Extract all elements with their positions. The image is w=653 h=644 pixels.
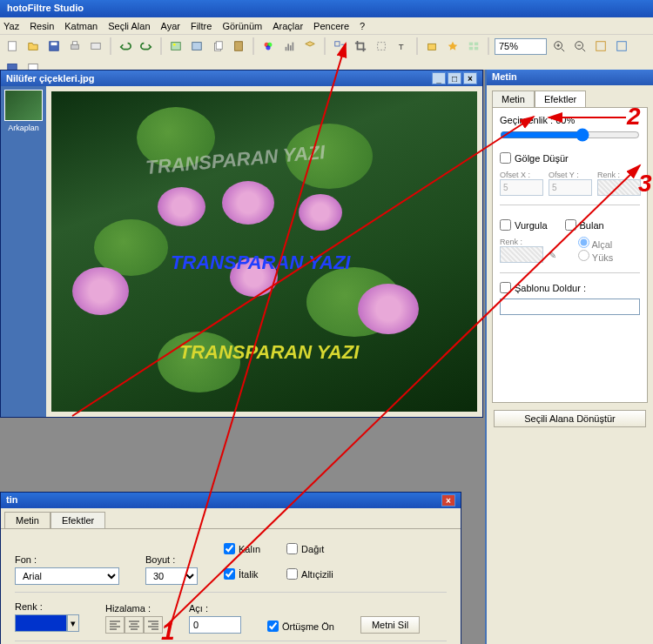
annotation-1: 1 <box>161 618 175 644</box>
annotation-3: 3 <box>638 170 652 198</box>
svg-line-59 <box>72 117 534 416</box>
svg-line-60 <box>165 165 640 627</box>
annotation-2: 2 <box>627 103 641 131</box>
